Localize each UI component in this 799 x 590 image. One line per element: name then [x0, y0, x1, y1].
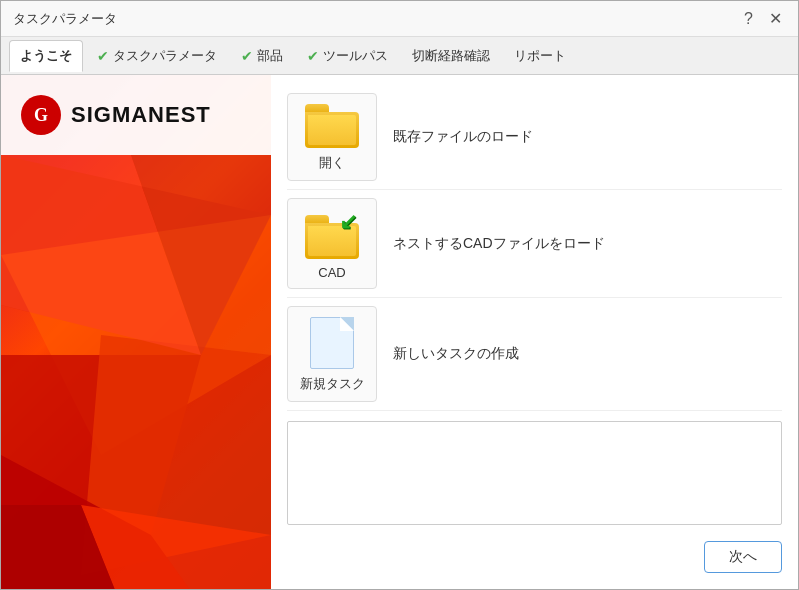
window-title: タスクパラメータ	[13, 10, 117, 28]
polygon-art	[1, 155, 271, 589]
cad-arrow-icon: ↙	[339, 209, 357, 235]
tab-welcome[interactable]: ようこそ	[9, 40, 83, 72]
check-icon-toolpath: ✔	[307, 48, 319, 64]
title-controls: ? ✕	[740, 7, 786, 30]
tab-parts[interactable]: ✔ 部品	[231, 41, 293, 71]
title-bar: タスクパラメータ ? ✕	[1, 1, 798, 37]
tab-welcome-label: ようこそ	[20, 47, 72, 65]
cad-label: CAD	[318, 265, 345, 280]
newfile-icon	[310, 317, 354, 369]
new-task-description: 新しいタスクの作成	[393, 345, 519, 363]
cad-button[interactable]: ↙ CAD	[287, 198, 377, 289]
sigma-logo-icon: G	[27, 101, 55, 129]
tab-report[interactable]: リポート	[504, 41, 576, 71]
folder-body	[305, 112, 359, 148]
next-button[interactable]: 次へ	[704, 541, 782, 573]
logo-text: SIGMANEST	[71, 102, 211, 128]
description-area	[287, 421, 782, 525]
right-panel: 開く 既存ファイルのロード ↙ CAD ネストするCADファイルをロード	[271, 75, 798, 589]
tab-report-label: リポート	[514, 47, 566, 65]
tab-parts-label: 部品	[257, 47, 283, 65]
cad-folder-icon: ↙	[305, 209, 359, 259]
tab-task-params[interactable]: ✔ タスクパラメータ	[87, 41, 227, 71]
footer: 次へ	[287, 533, 782, 579]
polygon-svg	[1, 155, 271, 589]
check-icon-task-params: ✔	[97, 48, 109, 64]
logo-area: G SIGMANEST	[1, 75, 271, 155]
folder-body-inner	[308, 115, 356, 145]
open-description: 既存ファイルのロード	[393, 128, 533, 146]
left-panel: G SIGMANEST	[1, 75, 271, 589]
folder-icon	[305, 104, 359, 148]
sigma-logo-circle: G	[21, 95, 61, 135]
tab-bar: ようこそ ✔ タスクパラメータ ✔ 部品 ✔ ツールパス 切断経路確認 リポート	[1, 37, 798, 75]
action-row-cad: ↙ CAD ネストするCADファイルをロード	[287, 190, 782, 298]
main-content: G SIGMANEST	[1, 75, 798, 589]
help-button[interactable]: ?	[740, 8, 757, 30]
open-button[interactable]: 開く	[287, 93, 377, 181]
open-label: 開く	[319, 154, 345, 172]
action-row-open: 開く 既存ファイルのロード	[287, 85, 782, 190]
tab-cut-confirm[interactable]: 切断経路確認	[402, 41, 500, 71]
tab-toolpath[interactable]: ✔ ツールパス	[297, 41, 398, 71]
svg-text:G: G	[34, 105, 48, 125]
tab-cut-confirm-label: 切断経路確認	[412, 47, 490, 65]
check-icon-parts: ✔	[241, 48, 253, 64]
main-window: タスクパラメータ ? ✕ ようこそ ✔ タスクパラメータ ✔ 部品 ✔ ツールパ…	[0, 0, 799, 590]
tab-toolpath-label: ツールパス	[323, 47, 388, 65]
action-row-new-task: 新規タスク 新しいタスクの作成	[287, 298, 782, 411]
close-button[interactable]: ✕	[765, 7, 786, 30]
cad-description: ネストするCADファイルをロード	[393, 235, 605, 253]
tab-task-params-label: タスクパラメータ	[113, 47, 217, 65]
new-task-button[interactable]: 新規タスク	[287, 306, 377, 402]
newfile-fold	[340, 317, 354, 331]
new-task-label: 新規タスク	[300, 375, 365, 393]
